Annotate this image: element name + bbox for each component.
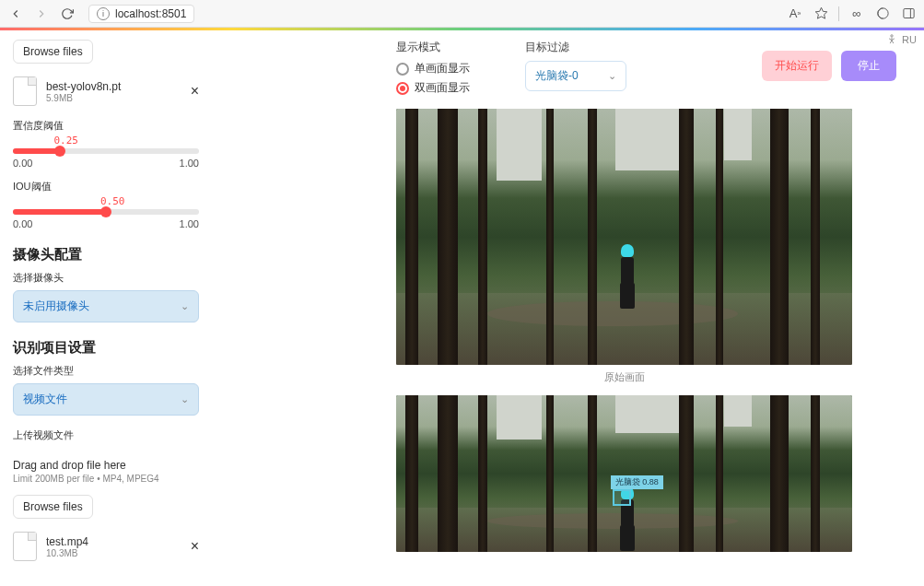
file-type-label: 选择文件类型 — [13, 364, 199, 378]
start-button[interactable]: 开始运行 — [762, 51, 832, 81]
uploaded-video-item: test.mp4 10.3MB × — [13, 532, 199, 561]
stop-button[interactable]: 停止 — [841, 51, 896, 81]
video-file-name: test.mp4 — [46, 535, 181, 548]
back-button[interactable] — [7, 6, 24, 22]
display-mode-label: 显示模式 — [396, 40, 470, 55]
file-type-select[interactable]: 视频文件 ⌄ — [13, 383, 199, 416]
detection-box — [613, 489, 631, 506]
url-text: localhost:8501 — [115, 7, 186, 20]
detection-label: 光脑袋 0.88 — [611, 475, 663, 489]
iou-value: 0.50 — [100, 195, 199, 207]
video-dropzone[interactable]: Drag and drop file here Limit 200MB per … — [13, 450, 199, 495]
file-icon — [13, 532, 37, 561]
forward-button[interactable] — [33, 6, 50, 22]
favorite-button[interactable] — [813, 6, 829, 22]
svg-marker-0 — [815, 7, 827, 18]
original-video-frame — [396, 109, 852, 365]
confidence-label: 置信度阈值 — [13, 119, 199, 133]
radio-dual[interactable]: 双画面显示 — [396, 80, 470, 96]
remove-video-button[interactable]: × — [191, 538, 199, 555]
detection-video-frame: 光脑袋 0.88 — [396, 395, 852, 552]
file-icon — [13, 76, 37, 106]
uploaded-file-item: best-yolov8n.pt 5.9MB × — [13, 76, 199, 106]
extension-icon[interactable] — [874, 6, 891, 22]
panel-icon[interactable] — [900, 6, 917, 22]
file-name: best-yolov8n.pt — [46, 80, 181, 93]
chevron-down-icon: ⌄ — [608, 70, 616, 82]
video-file-size: 10.3MB — [46, 548, 181, 558]
iou-label: IOU阈值 — [13, 180, 199, 193]
chevron-down-icon: ⌄ — [181, 300, 189, 312]
camera-select[interactable]: 未启用摄像头 ⌄ — [13, 290, 199, 322]
target-filter-block: 目标过滤 光脑袋-0 ⌄ — [525, 40, 626, 91]
original-video-caption: 原始画面 — [396, 370, 852, 384]
chevron-down-icon: ⌄ — [181, 393, 189, 405]
confidence-value: 0.25 — [53, 135, 199, 146]
main-content: 显示模式 单画面显示 双画面显示 目标过滤 光脑袋-0 ⌄ 开始运行 — [212, 30, 924, 586]
project-section-title: 识别项目设置 — [13, 339, 199, 357]
info-icon: i — [97, 7, 110, 20]
file-size: 5.9MB — [46, 93, 181, 103]
upload-video-label: 上传视频文件 — [13, 428, 199, 442]
radio-icon — [396, 63, 409, 76]
confidence-slider[interactable] — [13, 148, 199, 154]
browse-video-button[interactable]: Browse files — [13, 495, 93, 519]
camera-section-title: 摄像头配置 — [13, 246, 199, 264]
radio-icon — [396, 82, 409, 95]
font-size-indicator[interactable]: A» — [787, 6, 803, 22]
display-mode-block: 显示模式 单画面显示 双画面显示 — [396, 40, 470, 100]
svg-rect-2 — [903, 9, 913, 18]
confidence-max: 1.00 — [180, 158, 199, 169]
target-filter-select[interactable]: 光脑袋-0 ⌄ — [525, 61, 626, 91]
browser-toolbar: i localhost:8501 A» ∞ — [0, 0, 924, 28]
browse-files-button[interactable]: Browse files — [13, 40, 93, 64]
address-bar[interactable]: i localhost:8501 — [88, 5, 194, 23]
camera-select-label: 选择摄像头 — [13, 271, 199, 285]
remove-file-button[interactable]: × — [191, 83, 199, 100]
target-filter-label: 目标过滤 — [525, 40, 626, 55]
confidence-min: 0.00 — [13, 158, 32, 169]
infinity-icon[interactable]: ∞ — [848, 6, 865, 22]
iou-min: 0.00 — [13, 218, 32, 229]
iou-max: 1.00 — [180, 218, 199, 229]
refresh-button[interactable] — [59, 6, 76, 22]
sidebar: Browse files best-yolov8n.pt 5.9MB × 置信度… — [0, 30, 212, 586]
radio-single[interactable]: 单画面显示 — [396, 61, 470, 76]
iou-slider[interactable] — [13, 209, 199, 215]
